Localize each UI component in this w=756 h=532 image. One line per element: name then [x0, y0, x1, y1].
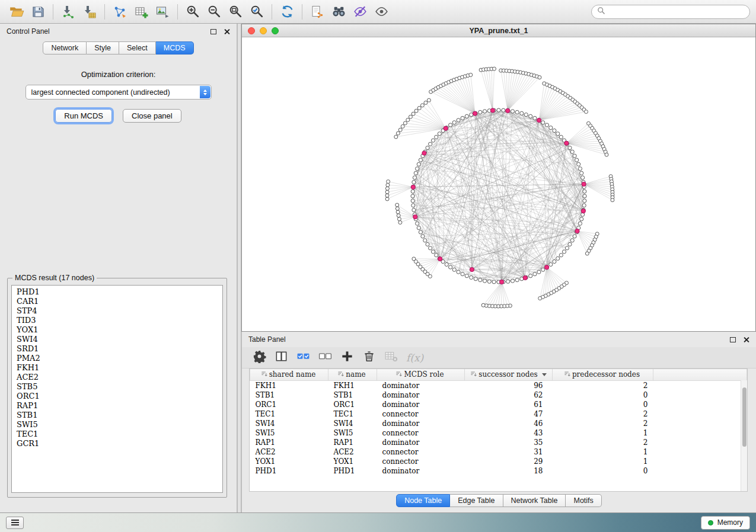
- float-panel-icon[interactable]: [210, 29, 216, 34]
- table-row[interactable]: FKH1FKH1dominator962: [250, 380, 747, 390]
- float-table-panel-icon[interactable]: [730, 337, 736, 342]
- table-cell[interactable]: 1: [553, 428, 653, 438]
- table-row[interactable]: PHD1PHD1dominator180: [250, 466, 747, 476]
- window-maximize-icon[interactable]: [272, 27, 279, 34]
- mcds-result-item[interactable]: ACE2: [12, 373, 222, 382]
- zoom-in-button[interactable]: [182, 3, 203, 21]
- table-cell[interactable]: 96: [465, 380, 553, 390]
- panel-menu-button[interactable]: [6, 517, 24, 529]
- table-cell[interactable]: SWI5: [250, 428, 328, 438]
- table-cell[interactable]: SWI4: [328, 419, 377, 428]
- window-minimize-icon[interactable]: [260, 27, 267, 34]
- table-cell[interactable]: 0: [553, 466, 653, 476]
- column-header-MCDS-role[interactable]: MCDS role: [377, 369, 465, 380]
- mcds-result-list[interactable]: PHD1CAR1STP4TID3YOX1SWI4SRD1PMA2FKH1ACE2…: [11, 285, 223, 493]
- table-cell[interactable]: FKH1: [250, 380, 328, 390]
- mcds-result-item[interactable]: RAP1: [12, 401, 222, 411]
- hide-details-button[interactable]: [349, 3, 371, 21]
- table-cell[interactable]: YOX1: [250, 457, 328, 466]
- column-header-shared-name[interactable]: shared name: [250, 369, 328, 380]
- open-file-button[interactable]: [6, 3, 27, 21]
- table-cell[interactable]: 29: [465, 457, 553, 466]
- table-row[interactable]: YOX1YOX1connector291: [250, 457, 747, 466]
- search-box[interactable]: [591, 5, 750, 19]
- table-row[interactable]: SWI4SWI4dominator462: [250, 419, 747, 428]
- criterion-select[interactable]: largest connected component (undirected): [25, 85, 212, 100]
- table-cell[interactable]: 0: [553, 400, 653, 409]
- tab-network[interactable]: Network: [43, 41, 87, 55]
- tab-node-table[interactable]: Node Table: [396, 494, 450, 507]
- table-cell[interactable]: 2: [553, 419, 653, 428]
- table-cell[interactable]: ACE2: [328, 447, 377, 457]
- show-details-button[interactable]: [371, 3, 392, 21]
- table-cell[interactable]: 46: [465, 419, 553, 428]
- mcds-result-item[interactable]: TEC1: [12, 430, 222, 439]
- table-cell[interactable]: PHD1: [328, 466, 377, 476]
- close-table-panel-icon[interactable]: [743, 336, 749, 343]
- mcds-result-item[interactable]: YOX1: [12, 325, 222, 335]
- search-input[interactable]: [609, 8, 744, 16]
- network-window-titlebar[interactable]: YPA_prune.txt_1: [242, 24, 755, 37]
- table-cell[interactable]: connector: [377, 457, 465, 466]
- table-cell[interactable]: 1: [553, 447, 653, 457]
- export-image-button[interactable]: [152, 3, 173, 21]
- table-cell[interactable]: TEC1: [328, 409, 377, 419]
- close-panel-icon[interactable]: [224, 28, 230, 35]
- table-row[interactable]: TEC1TEC1connector472: [250, 409, 747, 419]
- table-cell[interactable]: 47: [465, 409, 553, 419]
- table-row[interactable]: SWI5SWI5connector431: [250, 428, 747, 438]
- mcds-result-item[interactable]: STB5: [12, 382, 222, 392]
- table-cell[interactable]: 31: [465, 447, 553, 457]
- table-scrollbar-thumb[interactable]: [742, 387, 747, 447]
- table-cell[interactable]: RAP1: [250, 438, 328, 447]
- import-table-button[interactable]: [79, 3, 100, 21]
- table-cell[interactable]: 35: [465, 438, 553, 447]
- panel-splitter[interactable]: [237, 24, 241, 512]
- split-columns-button[interactable]: [272, 350, 290, 366]
- table-cell[interactable]: STB1: [250, 390, 328, 400]
- mcds-result-item[interactable]: CAR1: [12, 297, 222, 306]
- node-table[interactable]: shared namenameMCDS rolesuccessor nodesp…: [250, 369, 747, 476]
- table-cell[interactable]: 1: [553, 457, 653, 466]
- table-cell[interactable]: dominator: [377, 419, 465, 428]
- mcds-result-item[interactable]: TID3: [12, 316, 222, 325]
- mcds-result-item[interactable]: PHD1: [12, 287, 222, 297]
- table-cell[interactable]: 2: [553, 380, 653, 390]
- table-cell[interactable]: ACE2: [250, 447, 328, 457]
- table-cell[interactable]: dominator: [377, 466, 465, 476]
- mcds-result-item[interactable]: PMA2: [12, 354, 222, 363]
- unselect-all-columns-button[interactable]: [316, 350, 334, 366]
- mcds-result-item[interactable]: SWI5: [12, 420, 222, 430]
- table-cell[interactable]: 61: [465, 400, 553, 409]
- zoom-selected-button[interactable]: [246, 3, 267, 21]
- table-cell[interactable]: FKH1: [328, 380, 377, 390]
- memory-button[interactable]: Memory: [701, 516, 750, 530]
- table-row[interactable]: RAP1RAP1dominator352: [250, 438, 747, 447]
- mcds-result-item[interactable]: GCR1: [12, 439, 222, 448]
- table-cell[interactable]: dominator: [377, 438, 465, 447]
- table-row[interactable]: ACE2ACE2connector311: [250, 447, 747, 457]
- table-cell[interactable]: 2: [553, 438, 653, 447]
- tab-edge-table[interactable]: Edge Table: [450, 494, 503, 507]
- tab-style[interactable]: Style: [87, 41, 119, 55]
- table-cell[interactable]: connector: [377, 447, 465, 457]
- save-session-button[interactable]: [27, 3, 49, 21]
- window-close-icon[interactable]: [248, 27, 255, 34]
- table-cell[interactable]: ORC1: [250, 400, 328, 409]
- run-mcds-button[interactable]: Run MCDS: [55, 109, 112, 123]
- search-network-button[interactable]: [328, 3, 349, 21]
- mcds-result-item[interactable]: SWI4: [12, 335, 222, 344]
- export-table-button[interactable]: [130, 3, 152, 21]
- table-cell[interactable]: SWI4: [250, 419, 328, 428]
- delete-table-button[interactable]: [360, 350, 378, 366]
- table-cell[interactable]: RAP1: [328, 438, 377, 447]
- table-row[interactable]: ORC1ORC1dominator610: [250, 400, 747, 409]
- table-cell[interactable]: TEC1: [250, 409, 328, 419]
- select-all-columns-button[interactable]: [294, 350, 312, 366]
- table-scrollbar[interactable]: [741, 380, 747, 491]
- table-cell[interactable]: connector: [377, 409, 465, 419]
- table-cell[interactable]: YOX1: [328, 457, 377, 466]
- column-header-predecessor-nodes[interactable]: predecessor nodes: [553, 369, 653, 380]
- tab-mcds[interactable]: MCDS: [156, 41, 194, 55]
- table-cell[interactable]: dominator: [377, 400, 465, 409]
